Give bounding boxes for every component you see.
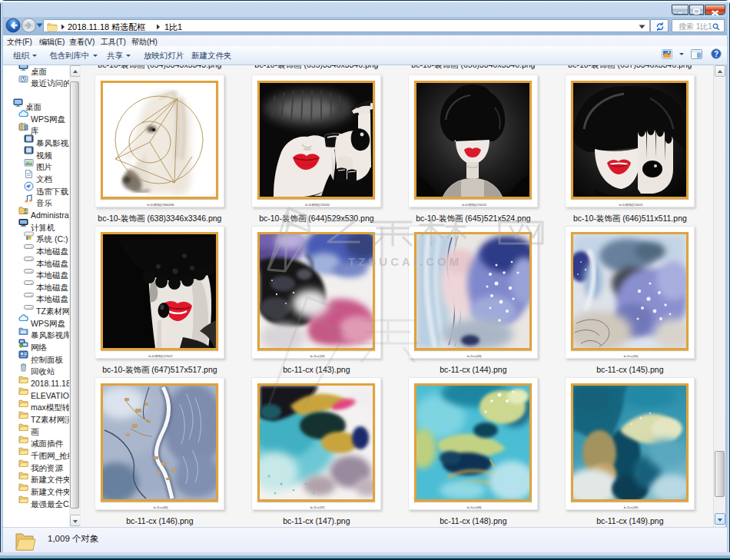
svg-text:?: ? bbox=[714, 50, 718, 58]
